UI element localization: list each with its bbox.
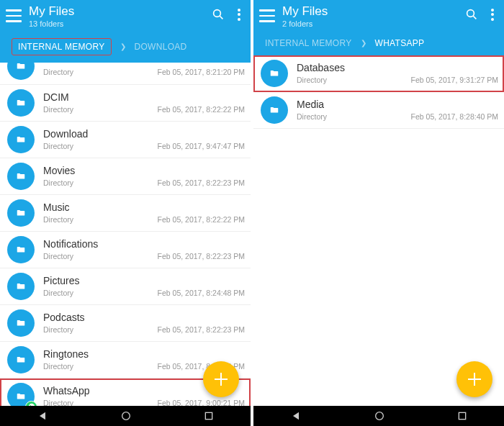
breadcrumb-item[interactable]: DOWNLOAD — [135, 42, 187, 52]
file-list[interactable]: DirectoryFeb 05, 2017, 8:21:20 PMDCIMDir… — [0, 63, 251, 406]
item-type: Directory — [43, 178, 73, 187]
item-type: Directory — [43, 252, 73, 260]
item-type: Directory — [43, 289, 73, 297]
folder-icon — [7, 89, 35, 117]
back-icon[interactable] — [289, 410, 302, 422]
title-wrap: My Files 13 folders — [29, 5, 212, 28]
item-date: Feb 05, 2017, 9:47:47 PM — [158, 142, 245, 150]
search-icon[interactable] — [465, 8, 478, 21]
appbar: My Files 2 folders — [253, 0, 504, 32]
item-date: Feb 05, 2017, 9:31:27 PM — [411, 76, 498, 84]
app-subtitle: 2 folders — [282, 19, 465, 28]
item-type: Directory — [297, 76, 327, 84]
item-date: Feb 05, 2017, 8:24:48 PM — [158, 289, 245, 297]
list-item[interactable]: MusicDirectoryFeb 05, 2017, 8:22:22 PM — [0, 195, 251, 232]
recents-icon[interactable] — [456, 410, 468, 422]
breadcrumb: INTERNAL MEMORY ❯ DOWNLOAD — [0, 32, 251, 63]
list-item[interactable]: DirectoryFeb 05, 2017, 8:21:20 PM — [0, 63, 251, 85]
svg-point-4 — [467, 10, 474, 17]
list-item[interactable]: PodcastsDirectoryFeb 05, 2017, 8:22:23 P… — [0, 305, 251, 342]
appbar: My Files 13 folders — [0, 0, 251, 32]
chevron-right-icon: ❯ — [120, 42, 126, 50]
item-date: Feb 05, 2017, 8:22:22 PM — [158, 105, 245, 114]
svg-point-6 — [376, 412, 384, 420]
app-title: My Files — [29, 5, 212, 19]
add-button[interactable] — [203, 361, 239, 397]
search-icon[interactable] — [212, 8, 225, 21]
item-date: Feb 05, 2017, 8:21:20 PM — [158, 68, 245, 76]
item-name: Music — [43, 201, 245, 214]
folder-icon — [7, 309, 35, 337]
item-type: Directory — [43, 142, 73, 150]
list-item[interactable]: DCIMDirectoryFeb 05, 2017, 8:22:22 PM — [0, 85, 251, 122]
item-name: Ringtones — [43, 348, 245, 361]
folder-icon — [261, 96, 288, 124]
list-item[interactable]: DownloadDirectoryFeb 05, 2017, 9:47:47 P… — [0, 122, 251, 158]
breadcrumb-item[interactable]: WHATSAPP — [375, 38, 425, 48]
hamburger-icon[interactable] — [6, 8, 22, 24]
screen-right: My Files 2 folders INTERNAL MEMORY ❯ WHA… — [253, 0, 504, 426]
folder-icon — [7, 383, 35, 406]
svg-rect-3 — [206, 412, 212, 419]
chevron-right-icon: ❯ — [361, 39, 366, 47]
item-name: Podcasts — [43, 312, 245, 324]
breadcrumb-item[interactable]: INTERNAL MEMORY — [265, 38, 352, 48]
item-type: Directory — [43, 362, 73, 371]
item-name: Databases — [297, 62, 498, 74]
list-item[interactable]: PicturesDirectoryFeb 05, 2017, 8:24:48 P… — [0, 268, 251, 305]
folder-icon — [7, 63, 35, 80]
folder-icon — [7, 273, 35, 300]
folder-icon — [7, 236, 35, 263]
item-name: Notifications — [43, 238, 245, 250]
item-name: DCIM — [43, 91, 245, 104]
folder-icon — [7, 199, 35, 227]
svg-point-0 — [214, 10, 221, 17]
item-type: Directory — [43, 215, 73, 224]
folder-icon — [7, 346, 35, 373]
file-list[interactable]: DatabasesDirectoryFeb 05, 2017, 9:31:27 … — [253, 55, 504, 406]
overflow-icon[interactable] — [491, 9, 494, 21]
hamburger-icon[interactable] — [259, 8, 275, 24]
list-item[interactable]: DatabasesDirectoryFeb 05, 2017, 9:31:27 … — [253, 55, 504, 92]
recents-icon[interactable] — [203, 410, 215, 422]
android-navbar — [253, 406, 504, 426]
item-name: Pictures — [43, 275, 245, 287]
home-icon[interactable] — [120, 410, 132, 422]
item-name: Movies — [43, 165, 245, 177]
item-type: Directory — [43, 68, 73, 76]
action-icons — [465, 8, 494, 21]
item-date: Feb 05, 2017, 8:22:22 PM — [158, 215, 245, 224]
item-type: Directory — [43, 105, 73, 114]
list-item[interactable]: MediaDirectoryFeb 05, 2017, 8:28:40 PM — [253, 92, 504, 129]
item-name: Media — [297, 99, 498, 111]
svg-rect-7 — [459, 412, 466, 419]
svg-point-2 — [122, 412, 130, 420]
item-type: Directory — [297, 112, 327, 121]
item-type: Directory — [43, 325, 73, 334]
item-name: Download — [43, 128, 245, 140]
back-icon[interactable] — [36, 410, 49, 422]
item-date: Feb 05, 2017, 8:22:23 PM — [158, 178, 245, 187]
action-icons — [212, 8, 240, 21]
svg-line-5 — [473, 16, 476, 19]
folder-icon — [7, 163, 35, 190]
android-navbar — [0, 406, 251, 426]
screen-left: My Files 13 folders INTERNAL MEMORY ❯ DO… — [0, 0, 251, 426]
breadcrumb-item[interactable]: INTERNAL MEMORY — [12, 38, 112, 55]
overflow-icon[interactable] — [238, 9, 240, 21]
item-date: Feb 05, 2017, 8:22:23 PM — [158, 252, 245, 260]
folder-icon — [7, 126, 35, 153]
add-button[interactable] — [456, 361, 492, 397]
app-subtitle: 13 folders — [29, 19, 212, 28]
item-date: Feb 05, 2017, 9:00:21 PM — [158, 399, 245, 406]
home-icon[interactable] — [374, 410, 385, 422]
list-item[interactable]: NotificationsDirectoryFeb 05, 2017, 8:22… — [0, 232, 251, 268]
breadcrumb: INTERNAL MEMORY ❯ WHATSAPP — [253, 32, 504, 55]
list-item[interactable]: MoviesDirectoryFeb 05, 2017, 8:22:23 PM — [0, 158, 251, 195]
item-date: Feb 05, 2017, 8:28:40 PM — [411, 112, 498, 121]
title-wrap: My Files 2 folders — [282, 5, 465, 28]
app-title: My Files — [282, 5, 465, 19]
item-type: Directory — [43, 399, 73, 406]
svg-line-1 — [220, 16, 222, 19]
item-date: Feb 05, 2017, 8:22:23 PM — [158, 325, 245, 334]
